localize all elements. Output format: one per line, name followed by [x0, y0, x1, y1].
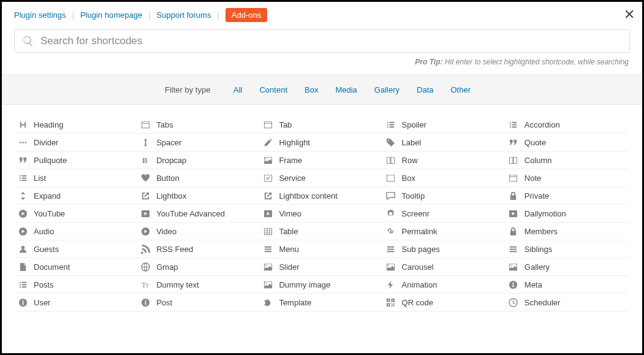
shortcode-posts[interactable]: Posts [15, 276, 138, 294]
shortcode-youtube-adv[interactable]: YouTube Advanced [138, 205, 260, 223]
shortcode-quote[interactable]: Quote [506, 134, 629, 151]
shortcode-tab[interactable]: Tab [260, 116, 383, 134]
carousel-icon [386, 262, 396, 272]
link-addons[interactable]: Add-ons [225, 8, 267, 22]
menu-icon [263, 244, 273, 254]
filter-box[interactable]: Box [305, 85, 318, 94]
shortcode-screenr[interactable]: Screenr [384, 205, 506, 223]
shortcode-post[interactable]: Post [138, 294, 260, 311]
filter-data[interactable]: Data [417, 85, 433, 94]
shortcode-label: Column [525, 156, 552, 165]
shortcode-service[interactable]: Service [260, 169, 383, 187]
search-box[interactable] [14, 29, 630, 53]
shortcode-label: Dummy image [279, 280, 330, 289]
animation-icon [386, 280, 396, 289]
link-plugin-settings[interactable]: Plugin settings [14, 10, 66, 20]
shortcode-template[interactable]: Template [260, 294, 383, 311]
shortcode-label: Scheduler [525, 298, 561, 307]
shortcode-carousel[interactable]: Carousel [384, 258, 506, 276]
dailymotion-icon [509, 208, 518, 218]
shortcode-divider[interactable]: Divider [15, 134, 138, 151]
filter-gallery[interactable]: Gallery [374, 85, 400, 94]
list-icon [18, 173, 28, 183]
shortcode-dummyimage[interactable]: Dummy image [260, 276, 383, 294]
shortcode-lightbox-content[interactable]: Lightbox content [260, 187, 383, 205]
shortcode-guests[interactable]: Guests [15, 240, 138, 258]
spacer-icon [140, 137, 150, 147]
shortcode-label: Dummy text [156, 280, 199, 289]
filter-content[interactable]: Content [259, 85, 287, 94]
shortcode-box[interactable]: Box [384, 169, 506, 187]
gallery-icon [509, 262, 518, 272]
shortcode-heading[interactable]: Heading [15, 116, 138, 134]
link-plugin-homepage[interactable]: Plugin homepage [80, 10, 142, 20]
shortcode-label: Highlight [279, 138, 310, 147]
shortcode-subpages[interactable]: Sub pages [384, 240, 506, 258]
shortcode-label: Frame [279, 156, 302, 165]
shortcode-tabs[interactable]: Tabs [138, 116, 260, 134]
filter-media[interactable]: Media [335, 85, 357, 94]
shortcode-note[interactable]: Note [506, 169, 629, 187]
shortcode-label: Guests [34, 245, 59, 254]
shortcode-spoiler[interactable]: Spoiler [384, 116, 506, 134]
shortcode-list[interactable]: List [15, 169, 138, 187]
shortcode-label[interactable]: Label [384, 134, 506, 151]
shortcode-label: YouTube [34, 209, 65, 218]
shortcode-table[interactable]: Table [260, 223, 383, 240]
shortcode-button[interactable]: Button [138, 169, 260, 187]
shortcode-spacer[interactable]: Spacer [138, 134, 260, 151]
close-icon[interactable]: ✕ [624, 7, 635, 23]
shortcode-accordion[interactable]: Accordion [506, 116, 629, 134]
shortcode-private[interactable]: Private [506, 187, 629, 205]
shortcode-dropcap[interactable]: Dropcap [138, 151, 260, 169]
link-support-forums[interactable]: Support forums [157, 10, 211, 20]
shortcode-siblings[interactable]: Siblings [506, 240, 629, 258]
shortcode-lightbox[interactable]: Lightbox [138, 187, 260, 205]
youtube-icon [18, 208, 28, 218]
shortcode-youtube[interactable]: YouTube [15, 205, 138, 223]
shortcode-pullquote[interactable]: Pullquote [15, 151, 138, 169]
shortcode-column[interactable]: Column [506, 151, 629, 169]
shortcode-vimeo[interactable]: Vimeo [260, 205, 383, 223]
filter-all[interactable]: All [233, 85, 242, 94]
column-icon [509, 155, 518, 165]
shortcode-tooltip[interactable]: Tooltip [384, 187, 506, 205]
shortcode-row[interactable]: Row [384, 151, 506, 169]
shortcode-dailymotion[interactable]: Dailymotion [506, 205, 629, 223]
search-input[interactable] [40, 35, 622, 47]
shortcode-label: Posts [34, 280, 54, 289]
shortcode-qrcode[interactable]: QR code [384, 294, 506, 311]
tabs-icon [140, 120, 150, 129]
shortcode-meta[interactable]: Meta [506, 276, 629, 294]
shortcode-menu[interactable]: Menu [260, 240, 383, 258]
shortcode-permalink[interactable]: Permalink [384, 223, 506, 240]
siblings-icon [509, 244, 518, 254]
shortcode-slider[interactable]: Slider [260, 258, 383, 276]
shortcode-members[interactable]: Members [506, 223, 629, 240]
shortcode-dummytext[interactable]: Dummy text [138, 276, 260, 294]
shortcode-rss[interactable]: RSS Feed [138, 240, 260, 258]
search-wrap [2, 29, 642, 58]
modal-header: Plugin settings| Plugin homepage| Suppor… [2, 2, 642, 29]
shortcode-frame[interactable]: Frame [260, 151, 383, 169]
shortcode-label: Slider [279, 262, 299, 272]
shortcode-scheduler[interactable]: Scheduler [506, 294, 629, 311]
shortcode-gmap[interactable]: Gmap [138, 258, 260, 276]
shortcode-video[interactable]: Video [138, 223, 260, 240]
lightbox-icon [140, 191, 150, 200]
shortcode-label: Heading [34, 120, 63, 129]
shortcode-document[interactable]: Document [15, 258, 138, 276]
search-icon [22, 35, 34, 47]
shortcode-expand[interactable]: Expand [15, 187, 138, 205]
shortcode-audio[interactable]: Audio [15, 223, 138, 240]
video-icon [140, 226, 150, 236]
shortcode-animation[interactable]: Animation [384, 276, 506, 294]
shortcode-label: Sub pages [402, 245, 440, 254]
document-icon [18, 262, 28, 272]
shortcode-label: Label [402, 138, 422, 147]
shortcode-user[interactable]: User [15, 294, 138, 311]
shortcode-label: Lightbox [156, 191, 186, 200]
shortcode-highlight[interactable]: Highlight [260, 134, 383, 151]
shortcode-gallery[interactable]: Gallery [506, 258, 629, 276]
filter-other[interactable]: Other [451, 85, 471, 94]
